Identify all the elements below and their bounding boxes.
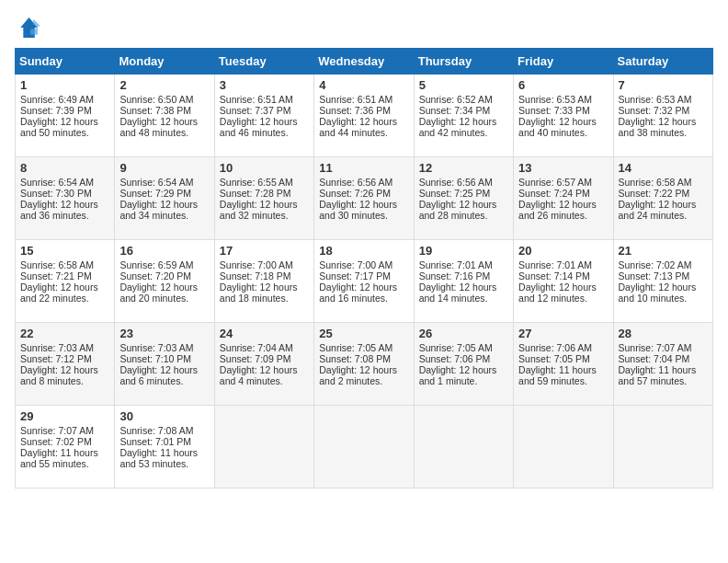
day-info-line: Sunset: 7:32 PM — [619, 105, 708, 116]
calendar-cell — [314, 406, 414, 488]
day-info-line: Daylight: 12 hours — [619, 199, 708, 210]
day-info-line: Sunrise: 6:49 AM — [20, 94, 109, 105]
day-info-line: Sunset: 7:09 PM — [220, 353, 309, 364]
day-info-line: Sunrise: 6:53 AM — [619, 94, 708, 105]
day-info-line: and 22 minutes. — [20, 293, 109, 304]
calendar-cell: 3Sunrise: 6:51 AMSunset: 7:37 PMDaylight… — [214, 75, 313, 157]
day-number: 6 — [518, 78, 608, 92]
day-number: 7 — [619, 78, 708, 92]
calendar-cell: 8Sunrise: 6:54 AMSunset: 7:30 PMDaylight… — [16, 157, 115, 240]
day-info-line: Sunrise: 7:01 AM — [419, 259, 508, 270]
day-number: 15 — [20, 244, 109, 258]
day-number: 27 — [518, 327, 608, 340]
day-number: 5 — [419, 78, 508, 92]
week-row-3: 15Sunrise: 6:58 AMSunset: 7:21 PMDayligh… — [16, 240, 713, 323]
day-info-line: Sunset: 7:12 PM — [20, 353, 109, 364]
day-info-line: Daylight: 12 hours — [319, 116, 408, 127]
day-info-line: Sunset: 7:05 PM — [518, 353, 608, 364]
day-info-line: and 42 minutes. — [419, 127, 508, 138]
day-info-line: Sunrise: 7:05 AM — [419, 342, 508, 353]
day-number: 9 — [119, 161, 209, 175]
week-row-1: 1Sunrise: 6:49 AMSunset: 7:39 PMDaylight… — [16, 75, 713, 157]
day-number: 19 — [419, 244, 508, 258]
day-info-line: Sunset: 7:25 PM — [419, 188, 508, 199]
day-info-line: Daylight: 11 hours — [119, 447, 209, 458]
day-info-line: and 55 minutes. — [20, 458, 109, 469]
day-number: 1 — [20, 78, 109, 92]
day-info-line: Sunrise: 7:07 AM — [20, 425, 109, 436]
day-info-line: and 32 minutes. — [220, 210, 309, 221]
day-number: 26 — [419, 327, 508, 340]
day-info-line: and 6 minutes. — [119, 375, 209, 386]
calendar-cell — [613, 406, 712, 488]
day-info-line: Daylight: 12 hours — [119, 364, 209, 375]
calendar-cell: 24Sunrise: 7:04 AMSunset: 7:09 PMDayligh… — [214, 323, 313, 406]
day-info-line: Daylight: 12 hours — [419, 282, 508, 293]
day-info-line: Daylight: 12 hours — [419, 116, 508, 127]
day-info-line: and 38 minutes. — [619, 127, 708, 138]
day-info-line: and 24 minutes. — [619, 210, 708, 221]
day-number: 18 — [319, 244, 408, 258]
week-row-4: 22Sunrise: 7:03 AMSunset: 7:12 PMDayligh… — [16, 323, 713, 406]
logo-icon — [15, 15, 40, 40]
day-info-line: and 28 minutes. — [419, 210, 508, 221]
day-info-line: Sunrise: 6:50 AM — [119, 94, 209, 105]
day-info-line: Daylight: 12 hours — [319, 199, 408, 210]
calendar-cell: 21Sunrise: 7:02 AMSunset: 7:13 PMDayligh… — [613, 240, 712, 323]
day-info-line: and 30 minutes. — [319, 210, 408, 221]
day-number: 17 — [220, 244, 309, 258]
day-info-line: Sunrise: 6:56 AM — [319, 177, 408, 188]
calendar-body: 1Sunrise: 6:49 AMSunset: 7:39 PMDaylight… — [16, 75, 713, 488]
calendar-cell: 16Sunrise: 6:59 AMSunset: 7:20 PMDayligh… — [115, 240, 214, 323]
day-number: 2 — [119, 78, 209, 92]
calendar-cell: 4Sunrise: 6:51 AMSunset: 7:36 PMDaylight… — [314, 75, 414, 157]
day-info-line: and 16 minutes. — [319, 293, 408, 304]
day-info-line: Daylight: 12 hours — [518, 199, 608, 210]
column-header-wednesday: Wednesday — [314, 49, 414, 75]
day-info-line: Daylight: 12 hours — [20, 282, 109, 293]
day-number: 21 — [619, 244, 708, 258]
calendar-cell: 7Sunrise: 6:53 AMSunset: 7:32 PMDaylight… — [613, 75, 712, 157]
day-info-line: Sunset: 7:18 PM — [220, 270, 309, 282]
day-info-line: Daylight: 12 hours — [220, 364, 309, 375]
day-info-line: Sunset: 7:38 PM — [119, 105, 209, 116]
page-header — [15, 15, 713, 40]
day-info-line: and 20 minutes. — [119, 293, 209, 304]
day-info-line: Daylight: 12 hours — [119, 199, 209, 210]
day-info-line: Sunset: 7:17 PM — [319, 270, 408, 282]
day-info-line: Sunset: 7:21 PM — [20, 270, 109, 282]
column-header-tuesday: Tuesday — [214, 49, 313, 75]
day-info-line: and 48 minutes. — [119, 127, 209, 138]
week-row-2: 8Sunrise: 6:54 AMSunset: 7:30 PMDaylight… — [16, 157, 713, 240]
calendar-cell: 28Sunrise: 7:07 AMSunset: 7:04 PMDayligh… — [613, 323, 712, 406]
day-info-line: Daylight: 12 hours — [119, 116, 209, 127]
day-info-line: and 4 minutes. — [220, 375, 309, 386]
calendar-cell: 13Sunrise: 6:57 AMSunset: 7:24 PMDayligh… — [514, 157, 613, 240]
day-info-line: Sunset: 7:37 PM — [220, 105, 309, 116]
day-number: 25 — [319, 327, 408, 340]
day-info-line: Sunset: 7:33 PM — [518, 105, 608, 116]
calendar-cell — [514, 406, 613, 488]
day-info-line: Sunrise: 6:55 AM — [220, 177, 309, 188]
calendar-cell: 29Sunrise: 7:07 AMSunset: 7:02 PMDayligh… — [16, 406, 115, 488]
day-info-line: Daylight: 12 hours — [220, 282, 309, 293]
day-info-line: and 18 minutes. — [220, 293, 309, 304]
day-info-line: Daylight: 12 hours — [119, 282, 209, 293]
calendar-header: SundayMondayTuesdayWednesdayThursdayFrid… — [16, 49, 713, 75]
calendar-cell: 20Sunrise: 7:01 AMSunset: 7:14 PMDayligh… — [514, 240, 613, 323]
day-info-line: and 46 minutes. — [220, 127, 309, 138]
logo — [15, 15, 44, 40]
day-info-line: Sunrise: 7:03 AM — [20, 342, 109, 353]
calendar-cell: 14Sunrise: 6:58 AMSunset: 7:22 PMDayligh… — [613, 157, 712, 240]
calendar-cell: 11Sunrise: 6:56 AMSunset: 7:26 PMDayligh… — [314, 157, 414, 240]
day-info-line: Daylight: 12 hours — [220, 199, 309, 210]
header-row: SundayMondayTuesdayWednesdayThursdayFrid… — [16, 49, 713, 75]
day-info-line: Sunset: 7:39 PM — [20, 105, 109, 116]
day-info-line: Daylight: 12 hours — [20, 364, 109, 375]
day-info-line: Sunrise: 6:51 AM — [220, 94, 309, 105]
day-info-line: Daylight: 12 hours — [619, 282, 708, 293]
day-info-line: Daylight: 12 hours — [419, 364, 508, 375]
day-number: 29 — [20, 409, 109, 423]
day-info-line: Daylight: 11 hours — [518, 364, 608, 375]
day-info-line: Sunrise: 6:54 AM — [119, 177, 209, 188]
